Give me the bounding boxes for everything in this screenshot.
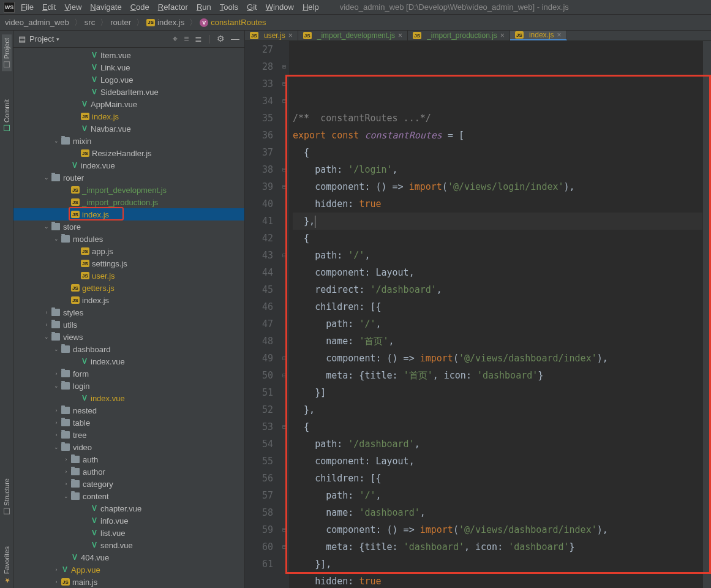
menu-git[interactable]: Git: [247, 2, 257, 12]
tree-item-getters-js[interactable]: JSgetters.js: [13, 282, 244, 294]
code-line-45[interactable]: name: '首页',: [293, 333, 702, 350]
close-icon[interactable]: ×: [557, 31, 562, 39]
side-tab-structure[interactable]: Structure: [2, 475, 12, 518]
breadcrumb-router[interactable]: router: [110, 18, 131, 27]
menu-window[interactable]: Window: [266, 2, 294, 12]
locate-icon[interactable]: ⌖: [173, 34, 178, 44]
tree-item-author[interactable]: ›author: [13, 466, 244, 478]
tree-item-app-js[interactable]: JSapp.js: [13, 245, 244, 257]
expand-all-icon[interactable]: ≡: [184, 34, 189, 44]
tree-item-main-js[interactable]: ›JSmain.js: [13, 576, 244, 588]
breadcrumb-constantRoutes[interactable]: VconstantRoutes: [200, 18, 266, 27]
code-line-44[interactable]: path: '/',: [293, 315, 702, 333]
side-tab-project[interactable]: Project: [2, 34, 12, 71]
menu-edit[interactable]: Edit: [42, 2, 56, 12]
tree-item-index-vue[interactable]: Vindex.vue: [13, 392, 244, 404]
code-line-47[interactable]: meta: {title: '首页', icon: 'dashboard'}: [293, 367, 702, 384]
editor-tab-index-js[interactable]: JSindex.js×: [510, 31, 567, 40]
project-scope-button[interactable]: Project▾: [29, 34, 59, 43]
tree-item-dashboard[interactable]: ⌄dashboard: [13, 343, 244, 355]
close-icon[interactable]: ×: [500, 31, 505, 40]
code-line-54[interactable]: path: '/',: [293, 487, 702, 504]
tree-item-utils[interactable]: ›utils: [13, 318, 244, 331]
tree-item-index-js[interactable]: JSindex.js: [13, 294, 244, 306]
editor-tab-_import_production-js[interactable]: JS_import_production.js×: [408, 31, 510, 40]
code-line-48[interactable]: }]: [293, 384, 702, 401]
tree-item-index-vue[interactable]: Vindex.vue: [13, 159, 244, 172]
vertical-scrollbar[interactable]: [702, 41, 711, 588]
code-line-40[interactable]: path: '/',: [293, 247, 702, 264]
tree-item-index-js[interactable]: JSindex.js: [13, 208, 244, 221]
settings-icon[interactable]: ⚙: [217, 34, 225, 44]
breadcrumb-src[interactable]: src: [85, 18, 95, 27]
menu-view[interactable]: View: [64, 2, 81, 12]
code-line-49[interactable]: },: [293, 401, 702, 418]
project-tree[interactable]: VItem.vueVLink.vueVLogo.vueVSidebarItem.…: [13, 48, 244, 588]
code-line-39[interactable]: {: [293, 230, 702, 247]
code-line-50[interactable]: {: [293, 418, 702, 435]
code-line-27[interactable]: [293, 92, 702, 110]
code-line-36[interactable]: component: () => import('@/views/login/i…: [293, 178, 702, 195]
breadcrumb-index-js[interactable]: JSindex.js: [146, 18, 184, 27]
menu-file[interactable]: File: [21, 2, 34, 12]
code-line-59[interactable]: hidden: true: [293, 573, 702, 588]
code-line-53[interactable]: children: [{: [293, 470, 702, 487]
code-line-51[interactable]: path: '/dashboard',: [293, 435, 702, 453]
hide-icon[interactable]: —: [231, 34, 239, 44]
tree-item-mixin[interactable]: ⌄mixin: [13, 135, 244, 147]
code-line-55[interactable]: name: 'dashboard',: [293, 504, 702, 521]
tree-item-App-vue[interactable]: ›VApp.vue: [13, 564, 244, 576]
tree-item-video[interactable]: ⌄video: [13, 441, 244, 453]
tree-item-store[interactable]: ⌄store: [13, 221, 244, 233]
menu-run[interactable]: Run: [197, 2, 211, 12]
tree-item-SidebarItem-vue[interactable]: VSidebarItem.vue: [13, 86, 244, 98]
code-line-41[interactable]: component: Layout,: [293, 264, 702, 281]
menu-help[interactable]: Help: [303, 2, 319, 12]
tree-item-router[interactable]: ⌄router: [13, 172, 244, 184]
tree-item-Item-vue[interactable]: VItem.vue: [13, 49, 244, 61]
tree-item-nested[interactable]: ›nested: [13, 404, 244, 417]
tree-item-login[interactable]: ⌄login: [13, 380, 244, 392]
code-line-35[interactable]: path: '/login',: [293, 161, 702, 178]
tree-item-form[interactable]: ›form: [13, 368, 244, 380]
editor-tab-_import_development-js[interactable]: JS_import_development.js×: [298, 31, 408, 40]
editor-tab-user-js[interactable]: JSuser.js×: [245, 31, 298, 40]
tree-item-info-vue[interactable]: Vinfo.vue: [13, 514, 244, 527]
tree-item-index-js[interactable]: JSindex.js: [13, 110, 244, 123]
tree-item-views[interactable]: ⌄views: [13, 331, 244, 343]
menu-code[interactable]: Code: [130, 2, 149, 12]
tree-item-content[interactable]: ⌄content: [13, 490, 244, 502]
side-tab-commit[interactable]: Commit: [2, 96, 12, 135]
tree-item-send-vue[interactable]: Vsend.vue: [13, 539, 244, 551]
code-line-33[interactable]: export const constantRoutes = [: [293, 127, 702, 144]
tree-item-_import_development-js[interactable]: JS_import_development.js: [13, 184, 244, 196]
tree-item-ResizeHandler-js[interactable]: JSResizeHandler.js: [13, 147, 244, 159]
tree-item-tree[interactable]: ›tree: [13, 429, 244, 441]
code-line-52[interactable]: component: Layout,: [293, 453, 702, 470]
code-line-58[interactable]: }],: [293, 556, 702, 573]
tree-item-Link-vue[interactable]: VLink.vue: [13, 61, 244, 74]
tree-item-Logo-vue[interactable]: VLogo.vue: [13, 74, 244, 86]
menu-tools[interactable]: Tools: [220, 2, 238, 12]
close-icon[interactable]: ×: [398, 31, 402, 40]
code-content[interactable]: /** constantRoutes ...*/export const con…: [289, 41, 702, 588]
code-line-56[interactable]: component: () => import('@/views/dashboa…: [293, 521, 702, 538]
code-line-37[interactable]: hidden: true: [293, 195, 702, 213]
tree-item-_import_production-js[interactable]: JS_import_production.js: [13, 196, 244, 208]
tree-item-styles[interactable]: ›styles: [13, 306, 244, 318]
code-line-46[interactable]: component: () => import('@/views/dashboa…: [293, 350, 702, 367]
tree-item-user-js[interactable]: JSuser.js: [13, 270, 244, 282]
menu-navigate[interactable]: Navigate: [90, 2, 121, 12]
code-line-34[interactable]: {: [293, 144, 702, 161]
collapse-all-icon[interactable]: ≣: [195, 34, 202, 44]
fold-gutter[interactable]: ⊞⊟⊟⊟⊟⊟⊟⊟⊟⊟⊟: [279, 41, 289, 588]
tree-item-category[interactable]: ›category: [13, 478, 244, 490]
code-line-28[interactable]: /** constantRoutes ...*/: [293, 110, 702, 127]
side-tab-favorites[interactable]: ★Favorites: [1, 543, 12, 588]
tree-item-index-vue[interactable]: Vindex.vue: [13, 355, 244, 368]
tree-item-chapter-vue[interactable]: Vchapter.vue: [13, 502, 244, 514]
tree-item-list-vue[interactable]: Vlist.vue: [13, 527, 244, 539]
code-line-43[interactable]: children: [{: [293, 298, 702, 315]
tree-item-AppMain-vue[interactable]: VAppMain.vue: [13, 98, 244, 110]
code-line-38[interactable]: },: [293, 213, 702, 230]
